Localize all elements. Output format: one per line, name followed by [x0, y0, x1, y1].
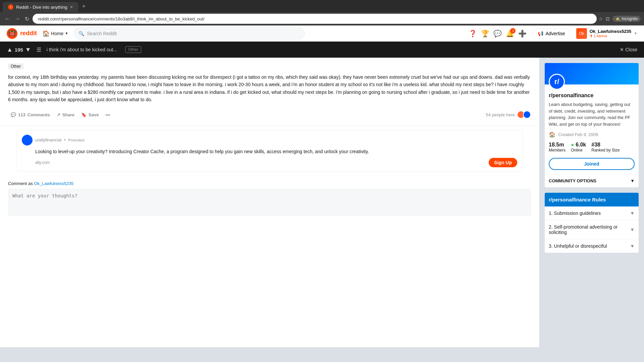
- avatar-stack: [517, 111, 531, 119]
- reddit-logo[interactable]: 👹 reddit: [7, 28, 37, 39]
- rules-header: r/personalfinance Rules: [545, 193, 639, 206]
- ad-link-url: ally.com: [35, 160, 50, 165]
- search-placeholder: Search Reddit: [87, 31, 117, 36]
- extension-icon[interactable]: ⊡: [606, 16, 610, 21]
- comments-button[interactable]: 💬 113 Comments: [8, 110, 53, 119]
- members-stat: 18.5m Members: [549, 142, 566, 153]
- community-options-chevron: ▼: [630, 178, 635, 183]
- tab-close-button[interactable]: ✕: [70, 5, 73, 9]
- post-category-label: Other: [8, 63, 23, 69]
- community-options[interactable]: COMMUNITY OPTIONS ▼: [545, 174, 639, 187]
- new-tab-button[interactable]: +: [78, 1, 89, 12]
- sign-up-button[interactable]: Sign Up: [489, 158, 517, 167]
- home-label: Home: [51, 31, 63, 36]
- tab-favicon: r: [8, 4, 13, 10]
- comment-box-section: Comment as Ok_Lawfulness5235: [0, 181, 539, 222]
- comment-textarea[interactable]: [8, 189, 531, 216]
- user-details: Ok_Lawfulness5235 ⬆ 1 karma: [590, 29, 631, 38]
- rule-2-text: 2. Self-promotional advertising or solic…: [549, 224, 630, 235]
- rule-item-3[interactable]: 3. Unhelpful or disrespectful ▼: [545, 239, 639, 253]
- home-dropdown-arrow: ▼: [65, 32, 68, 35]
- post-category-badge: Other: [125, 46, 141, 53]
- reddit-alien-icon: 👹: [8, 30, 16, 37]
- forward-button[interactable]: →: [13, 14, 21, 23]
- ad-promoted-label: Promoted: [68, 138, 85, 142]
- advertise-button[interactable]: 📢 Advertise: [532, 28, 571, 39]
- more-button[interactable]: •••: [103, 110, 113, 119]
- user-info[interactable]: Ok Ok_Lawfulness5235 ⬆ 1 karma ▼: [576, 28, 637, 39]
- ad-username: u/allyfinancial: [35, 137, 61, 142]
- plus-icon[interactable]: ➕: [518, 29, 527, 38]
- tab-title: Reddit - Dive into anything: [16, 5, 67, 10]
- address-icons: ☆ ⊡ 🕵 Incognito: [599, 16, 641, 22]
- vote-count: 195: [15, 47, 23, 53]
- rules-card: r/personalfinance Rules 1. Submission gu…: [545, 193, 639, 253]
- online-stat: ● 6.0k Online: [571, 142, 586, 153]
- comments-count: 113: [18, 112, 25, 117]
- premium-icon[interactable]: 🏆: [481, 29, 489, 38]
- home-button[interactable]: 🏠 Home ▼: [42, 30, 68, 37]
- close-icon: ✕: [620, 47, 624, 52]
- community-banner: r/: [545, 63, 639, 84]
- joined-button[interactable]: Joined: [549, 158, 635, 170]
- rule-3-chevron: ▼: [630, 243, 635, 249]
- people-here-count: 54 people here: [486, 112, 515, 117]
- bookmark-save-icon: 🔖: [81, 112, 87, 117]
- bookmark-icon[interactable]: ☆: [599, 16, 603, 21]
- upvote-button[interactable]: ▲: [7, 46, 13, 53]
- created-label: Created Feb 9, 2009: [558, 132, 598, 137]
- home-icon: 🏠: [42, 30, 50, 37]
- rule-item-1[interactable]: 1. Submission guidelines ▼: [545, 206, 639, 220]
- share-button[interactable]: ↗ Share: [54, 110, 77, 119]
- community-description: Learn about budgeting, saving, getting o…: [549, 101, 635, 127]
- megaphone-icon: 📢: [538, 31, 543, 36]
- refresh-button[interactable]: ↻: [23, 14, 31, 23]
- ad-section: u/allyfinancial • Promoted Looking to le…: [16, 130, 523, 172]
- vote-section: ▲ 195 ▼: [7, 46, 31, 53]
- community-name[interactable]: r/personalfinance: [549, 93, 635, 99]
- members-label: Members: [549, 148, 566, 153]
- community-created: 🏠 Created Feb 9, 2009: [549, 131, 635, 138]
- save-button[interactable]: 🔖 Save: [78, 110, 101, 119]
- community-body: r/personalfinance Learn about budgeting,…: [545, 84, 639, 174]
- post-bar-title: i think i'm about to be kicked out...: [47, 47, 117, 52]
- chat-icon[interactable]: 💬: [493, 29, 502, 38]
- advertise-label: Advertise: [545, 31, 565, 36]
- rule-item-2[interactable]: 2. Self-promotional advertising or solic…: [545, 220, 639, 239]
- ad-user-info: u/allyfinancial • Promoted: [22, 135, 517, 145]
- rule-1-text: 1. Submission guidelines: [549, 210, 601, 216]
- share-icon: ↗: [57, 112, 60, 117]
- mini-avatar-2: [523, 111, 531, 119]
- sidebar: r/ r/personalfinance Learn about budgeti…: [539, 58, 644, 347]
- comment-as-username[interactable]: Ok_Lawfulness5235: [34, 181, 73, 186]
- close-label: Close: [625, 47, 637, 52]
- downvote-button[interactable]: ▼: [25, 46, 31, 53]
- rule-3-text: 3. Unhelpful or disrespectful: [549, 243, 607, 249]
- main-layout: Other for context, my 18th birthday was …: [0, 58, 644, 347]
- ad-container: u/allyfinancial • Promoted Looking to le…: [0, 126, 539, 181]
- community-stats: 18.5m Members ● 6.0k Online #38 Ranked b…: [549, 142, 635, 153]
- back-button[interactable]: ←: [3, 14, 11, 23]
- comments-icon: 💬: [11, 112, 16, 117]
- notifications-button[interactable]: 🔔 2: [506, 29, 514, 38]
- active-tab[interactable]: r Reddit - Dive into anything ✕: [3, 2, 78, 12]
- search-icon: 🔍: [78, 31, 84, 36]
- members-value: 18.5m: [549, 142, 566, 148]
- online-label: Online: [571, 148, 586, 153]
- close-button[interactable]: ✕ Close: [620, 47, 637, 52]
- help-icon[interactable]: ❓: [469, 29, 477, 38]
- online-dot: ●: [571, 142, 576, 147]
- post-body-text: for context, my 18th birthday was yester…: [8, 73, 531, 104]
- reddit-header: 👹 reddit 🏠 Home ▼ 🔍 Search Reddit ❓ 🏆 💬 …: [0, 25, 644, 42]
- notifications-badge: 2: [510, 28, 516, 34]
- save-label: Save: [89, 112, 99, 117]
- user-dropdown-arrow: ▼: [634, 32, 637, 35]
- online-value: ● 6.0k: [571, 142, 586, 148]
- post-content: Other for context, my 18th birthday was …: [0, 58, 539, 126]
- community-options-label: COMMUNITY OPTIONS: [549, 178, 596, 183]
- ad-link-row: ally.com Sign Up: [35, 158, 517, 167]
- username-display: Ok_Lawfulness5235: [590, 29, 631, 34]
- address-bar[interactable]: reddit.com/r/personalfinance/comments/18…: [33, 14, 597, 24]
- post-bar: ▲ 195 ▼ ☰ i think i'm about to be kicked…: [0, 42, 644, 58]
- search-bar[interactable]: 🔍 Search Reddit: [73, 27, 305, 40]
